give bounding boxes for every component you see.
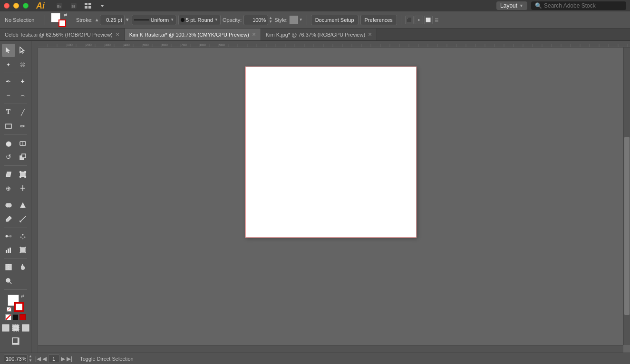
first-page-button[interactable]: |◀ bbox=[35, 355, 41, 362]
svg-text:600: 600 bbox=[162, 43, 168, 47]
scale-tool-button[interactable] bbox=[16, 150, 29, 163]
magic-wand-tool-button[interactable] bbox=[2, 57, 15, 71]
fullscreen-button[interactable] bbox=[23, 3, 29, 9]
document-setup-button[interactable]: Document Setup bbox=[311, 15, 359, 25]
stroke-weight-input[interactable] bbox=[100, 15, 125, 25]
opacity-arrows[interactable]: ▲ ▼ bbox=[269, 16, 272, 24]
opacity-control[interactable]: ▲ ▼ bbox=[243, 15, 272, 25]
shape-builder-tool-button[interactable] bbox=[2, 199, 15, 212]
ruler-corner bbox=[31, 41, 38, 48]
layout-button[interactable]: Layout ▼ bbox=[496, 1, 527, 10]
tab-close-icon[interactable]: ✕ bbox=[368, 32, 372, 37]
rotate-tool-button[interactable] bbox=[2, 150, 15, 163]
arrow-icon[interactable] bbox=[97, 1, 107, 10]
column-graph-tool-button[interactable] bbox=[2, 243, 15, 257]
brush-size-dropdown[interactable]: 5 pt. Round ▼ bbox=[178, 15, 221, 25]
search-input[interactable] bbox=[544, 2, 620, 9]
vertical-scrollbar[interactable] bbox=[623, 48, 630, 345]
stroke-swatch[interactable] bbox=[58, 19, 66, 27]
stroke-profile-dropdown[interactable]: Uniform ▼ bbox=[132, 15, 176, 25]
live-paint-tool-button[interactable] bbox=[16, 199, 29, 212]
zoom-tool-button[interactable] bbox=[2, 274, 15, 287]
eraser-tool-button[interactable] bbox=[16, 136, 29, 150]
add-anchor-tool-button[interactable] bbox=[16, 75, 29, 88]
tab-kim-k-raster[interactable]: Kim K Raster.ai* @ 100.73% (CMYK/GPU Pre… bbox=[125, 29, 261, 40]
vertical-scrollbar-thumb[interactable] bbox=[624, 137, 630, 316]
stroke-weight-up-icon[interactable]: ▲ bbox=[95, 17, 99, 22]
stroke-preview bbox=[134, 19, 149, 20]
rect-tool-button[interactable] bbox=[2, 119, 15, 133]
prev-page-button[interactable]: ◀ bbox=[42, 355, 47, 362]
blob-brush-tool-button[interactable] bbox=[2, 136, 15, 150]
placeholder-tool-button[interactable] bbox=[16, 274, 29, 287]
zoom-down-icon[interactable]: ▼ bbox=[29, 359, 32, 363]
stroke-profile-label: Uniform bbox=[151, 17, 169, 23]
swap-fill-stroke-icon[interactable]: ⇄ bbox=[21, 294, 25, 298]
draw-normal-icon[interactable] bbox=[1, 324, 10, 332]
close-button[interactable] bbox=[4, 3, 10, 9]
next-page-button[interactable]: ▶ bbox=[61, 355, 65, 362]
eyedropper-tool-button[interactable] bbox=[2, 212, 15, 226]
pen-tool-button[interactable] bbox=[2, 75, 15, 88]
selection-tool-button[interactable] bbox=[2, 44, 15, 57]
direct-selection-tool-button[interactable] bbox=[16, 44, 29, 57]
tab-close-icon[interactable]: ✕ bbox=[116, 32, 119, 37]
zoom-arrows[interactable]: ▲ ▼ bbox=[29, 354, 32, 363]
artboard-tool-button[interactable] bbox=[16, 243, 29, 257]
blend-tool-button[interactable] bbox=[2, 230, 15, 243]
tab-kim-k-jpg[interactable]: Kim K.jpg* @ 76.37% (RGB/GPU Preview) ✕ bbox=[261, 29, 377, 40]
shear-tool-button[interactable] bbox=[2, 168, 15, 181]
convert-anchor-tool-button[interactable] bbox=[16, 88, 29, 102]
last-page-button[interactable]: ▶| bbox=[67, 355, 72, 362]
draw-behind-icon[interactable] bbox=[21, 324, 30, 332]
black-swatch[interactable] bbox=[12, 314, 19, 320]
stroke-weight-control[interactable]: ▲ ▼ bbox=[95, 15, 130, 25]
stroke-weight-down-icon[interactable]: ▼ bbox=[125, 17, 130, 22]
align-center-icon[interactable]: ▪ bbox=[415, 16, 423, 24]
horizontal-scrollbar[interactable] bbox=[38, 345, 623, 353]
lasso-tool-button[interactable] bbox=[16, 57, 29, 71]
red-swatch[interactable] bbox=[19, 314, 26, 320]
measure-tool-button[interactable] bbox=[16, 212, 29, 226]
draw-inside-icon[interactable] bbox=[11, 324, 20, 332]
delete-anchor-tool-button[interactable] bbox=[2, 88, 15, 102]
canvas-content[interactable] bbox=[38, 48, 623, 353]
main-area: ⇄ bbox=[0, 41, 630, 353]
stock-icon[interactable]: St bbox=[68, 1, 79, 10]
svg-marker-9 bbox=[6, 47, 10, 53]
puppet-warp-tool-button[interactable] bbox=[2, 182, 15, 195]
line-tool-button[interactable] bbox=[16, 105, 29, 119]
search-box[interactable]: 🔍 bbox=[531, 1, 626, 10]
slice-tool-button[interactable] bbox=[2, 260, 15, 274]
stroke-indicator[interactable] bbox=[14, 302, 24, 312]
screen-mode-button[interactable] bbox=[9, 335, 22, 348]
swap-icon[interactable]: ⇄ bbox=[64, 12, 68, 17]
svg-point-34 bbox=[22, 234, 23, 235]
free-transform-tool-button[interactable] bbox=[16, 168, 29, 181]
zoom-control[interactable]: ▲ ▼ bbox=[4, 354, 32, 363]
workspace-switcher-icon[interactable] bbox=[83, 1, 93, 10]
opacity-down-icon[interactable]: ▼ bbox=[269, 20, 272, 24]
page-number-input[interactable] bbox=[48, 354, 59, 363]
tab-celeb-tests[interactable]: Celeb Tests.ai @ 62.56% (RGB/GPU Preview… bbox=[0, 29, 125, 40]
align-left-icon[interactable]: ⬛ bbox=[405, 16, 414, 24]
opacity-input[interactable] bbox=[243, 15, 268, 25]
hand-tool-button[interactable] bbox=[16, 260, 29, 274]
minimize-button[interactable] bbox=[13, 3, 19, 9]
paintbrush-tool-button[interactable] bbox=[16, 119, 29, 133]
text-tool-button[interactable] bbox=[2, 105, 15, 119]
zoom-input[interactable] bbox=[4, 354, 28, 363]
none-swatch[interactable] bbox=[5, 314, 11, 320]
preferences-button[interactable]: Preferences bbox=[360, 15, 397, 25]
bridge-icon[interactable]: Br bbox=[54, 1, 65, 10]
symbol-spray-tool-button[interactable] bbox=[16, 230, 29, 243]
align-right-icon[interactable]: ⬜ bbox=[424, 16, 433, 24]
fill-stroke-area[interactable]: ⇄ bbox=[7, 295, 25, 312]
fill-stroke-swatches[interactable]: ⇄ bbox=[51, 13, 66, 27]
width-tool-button[interactable] bbox=[16, 182, 29, 195]
none-fill-icon[interactable] bbox=[7, 307, 11, 312]
style-control[interactable]: ▼ bbox=[290, 16, 303, 24]
style-swatch[interactable] bbox=[290, 16, 298, 24]
tab-close-icon[interactable]: ✕ bbox=[252, 32, 256, 37]
more-options-icon[interactable]: ≡ bbox=[435, 16, 438, 24]
